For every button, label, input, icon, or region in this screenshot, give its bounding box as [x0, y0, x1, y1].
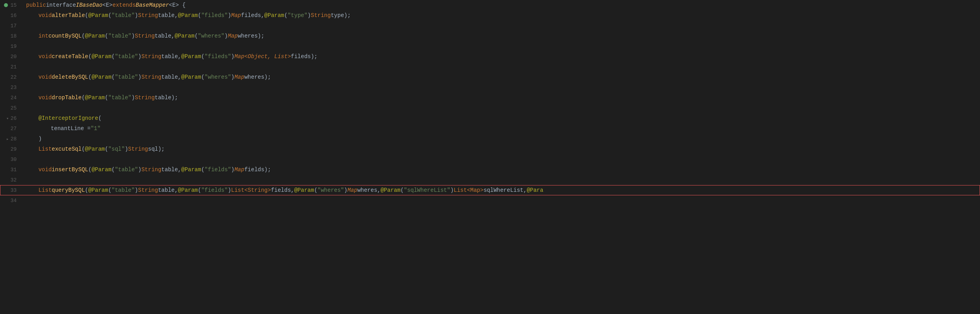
code-line: ▸28): [0, 134, 980, 144]
code-token: @Param: [92, 166, 111, 173]
line-content: public interface IBaseDao<E> extends Bas…: [23, 2, 980, 8]
code-line: 33List queryBySQL(@Param("table") String…: [0, 185, 980, 195]
line-content: ): [23, 136, 980, 142]
code-token: Map: [234, 74, 244, 80]
code-token: wheres,: [357, 187, 381, 193]
breakpoint-icon[interactable]: [4, 3, 8, 7]
code-token: "wheres": [204, 74, 231, 80]
code-token: sql);: [148, 146, 165, 152]
code-token: ): [344, 187, 347, 193]
code-line: 16void alterTable(@Param("table") String…: [0, 10, 980, 21]
code-token: "type": [287, 12, 307, 19]
code-line: 22void deleteBySQL(@Param("table") Strin…: [0, 72, 980, 82]
code-token: table);: [155, 95, 178, 101]
code-token: (: [85, 12, 88, 19]
code-token: (: [88, 53, 91, 60]
code-token: @Param: [181, 74, 201, 80]
code-token: (: [400, 187, 404, 193]
line-content: @InterceptorIgnore(: [23, 115, 980, 121]
line-content: List queryBySQL(@Param("table") String t…: [23, 187, 980, 193]
code-token: type);: [331, 12, 351, 19]
code-token: createTable: [52, 53, 88, 60]
code-line: 27tenantLine = "1": [0, 123, 980, 134]
code-token: @Param: [88, 12, 108, 19]
code-lines: 15public interface IBaseDao<E> extends B…: [0, 0, 980, 206]
code-line: 18int countBySQL(@Param("table") String …: [0, 31, 980, 41]
code-token: table,: [158, 187, 178, 193]
code-line: 30: [0, 154, 980, 165]
code-token: IBaseDao: [76, 2, 102, 8]
code-token: void: [38, 12, 52, 19]
code-token: excuteSql: [52, 146, 82, 152]
code-token: "table": [111, 12, 135, 19]
line-content: void dropTable(@Param("table") String ta…: [23, 95, 980, 101]
code-token: @Param: [294, 187, 314, 193]
code-token: (: [88, 74, 91, 80]
code-token: @InterceptorIgnore: [38, 115, 98, 121]
code-line: 17: [0, 21, 980, 31]
code-token: BaseMapper: [136, 2, 169, 8]
code-token: "table": [115, 74, 138, 80]
fold-open-icon[interactable]: ▾: [6, 116, 9, 121]
line-content: List excuteSql(@Param("sql") String sql)…: [23, 146, 980, 152]
code-token: fields,: [271, 187, 294, 193]
line-content: void insertBySQL(@Param("table") String …: [23, 166, 980, 173]
line-number: 31: [0, 167, 23, 173]
line-number: 24: [0, 95, 23, 101]
code-token: (: [105, 146, 108, 152]
code-token: <E> {: [169, 2, 185, 8]
code-token: @Param: [178, 12, 198, 19]
line-number: 29: [0, 146, 23, 152]
code-token: "fields": [201, 187, 228, 193]
code-token: Map: [228, 33, 238, 39]
code-token: ): [125, 146, 128, 152]
code-token: (: [98, 115, 101, 121]
code-token: fileds,: [241, 12, 264, 19]
code-token: @Param: [178, 187, 198, 193]
line-number: 21: [0, 64, 23, 70]
code-token: ): [138, 166, 141, 173]
code-token: table,: [158, 12, 178, 19]
code-token: "fileds": [204, 53, 231, 60]
code-token: (: [194, 33, 198, 39]
line-number: ▸28: [0, 136, 23, 142]
code-token: ): [138, 53, 141, 60]
code-token: ): [308, 12, 311, 19]
code-token: int: [38, 33, 48, 39]
code-token: dropTable: [52, 95, 82, 101]
line-content: void alterTable(@Param("table") String t…: [23, 12, 980, 19]
line-number: ▾26: [0, 115, 23, 121]
code-line: 24void dropTable(@Param("table") String …: [0, 93, 980, 103]
code-line: ▾26@InterceptorIgnore(: [0, 113, 980, 123]
code-token: (: [198, 12, 201, 19]
code-token: "wheres": [198, 33, 225, 39]
code-token: "1": [91, 125, 100, 132]
code-token: interface: [46, 2, 76, 8]
fold-close-icon[interactable]: ▸: [6, 136, 9, 142]
line-content: int countBySQL(@Param("table") String ta…: [23, 33, 980, 39]
code-token: "sqlWhereList": [404, 187, 451, 193]
code-token: (: [314, 187, 317, 193]
code-token: (: [111, 53, 115, 60]
code-token: "table": [115, 53, 138, 60]
code-editor: 15public interface IBaseDao<E> extends B…: [0, 0, 980, 314]
code-token: @Param: [92, 53, 111, 60]
code-token: ): [231, 53, 234, 60]
code-token: void: [38, 166, 52, 173]
code-token: countBySQL: [48, 33, 81, 39]
line-number: 34: [0, 198, 23, 204]
code-token: ): [231, 74, 234, 80]
line-number: 33: [0, 187, 23, 193]
code-token: String: [138, 187, 158, 193]
code-token: List<String>: [231, 187, 271, 193]
code-token: (: [88, 166, 91, 173]
code-token: (: [108, 12, 111, 19]
code-token: sqlWhereList,: [483, 187, 527, 193]
code-token: ): [135, 187, 138, 193]
code-token: void: [38, 95, 52, 101]
code-token: @Param: [381, 187, 400, 193]
line-number: 27: [0, 126, 23, 132]
line-content: void deleteBySQL(@Param("table") String …: [23, 74, 980, 80]
line-number: 18: [0, 33, 23, 39]
code-token: (: [81, 95, 85, 101]
